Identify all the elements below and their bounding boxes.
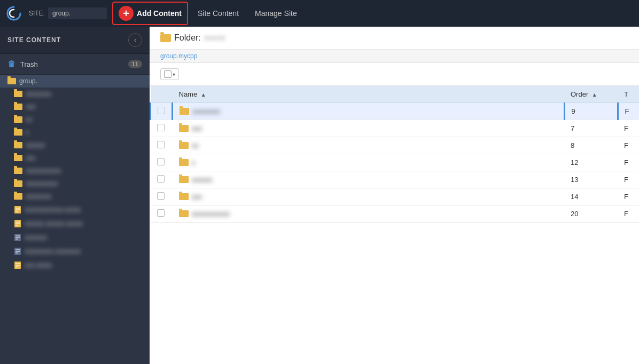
breadcrumb-folder-label: Folder: (174, 33, 201, 43)
list-item[interactable]: x (0, 126, 150, 139)
breadcrumb: Folder: xxxxx (150, 27, 639, 50)
sidebar-root-label: group. (19, 77, 37, 85)
content-table: Name ▲ Order ▲ T xxxxxxxx 9 (150, 86, 639, 223)
row-type: F (618, 120, 639, 137)
table-folder-icon (179, 176, 189, 183)
table-folder-icon (179, 159, 189, 166)
row-checkbox[interactable] (157, 124, 165, 131)
table-row: xxxxxx 13 F (151, 171, 640, 188)
row-checkbox[interactable] (157, 175, 165, 183)
list-item[interactable]: xxx (0, 152, 150, 164)
add-content-button[interactable]: + Add Content (114, 4, 186, 23)
list-item[interactable]: xxx.xxxxx (0, 258, 150, 272)
sidebar-collapse-button[interactable]: ‹ (128, 33, 142, 47)
folder-icon (14, 180, 22, 187)
row-name-cell[interactable]: xxxxxx (173, 171, 565, 188)
row-checkbox[interactable] (157, 158, 165, 165)
trash-item[interactable]: 🗑 Trash 11 (0, 54, 150, 75)
row-name-cell[interactable]: xxxxxxxx (173, 103, 565, 120)
sidebar-item-label: xxxxxx (26, 141, 45, 149)
table-header-row: Name ▲ Order ▲ T (151, 86, 640, 103)
col-type-header: T (618, 86, 639, 103)
main-content: Folder: xxxxx group.mycpp ▾ Name ▲ (150, 27, 639, 364)
row-checkbox-cell (151, 103, 173, 120)
row-order: 9 (564, 103, 618, 120)
list-item[interactable]: xxxxxxxxxx (0, 177, 150, 190)
col-order-header[interactable]: Order ▲ (564, 86, 618, 103)
select-all-button[interactable]: ▾ (160, 68, 179, 80)
folder-icon (14, 142, 22, 148)
row-checkbox[interactable] (158, 107, 165, 114)
list-item[interactable]: xxxxxx xxxxxx.xxxxx (0, 217, 150, 231)
row-name: xx (192, 141, 199, 149)
list-item[interactable]: xxxxxxxxxxx (0, 164, 150, 177)
sidebar-item-label: xxx.xxxxx (25, 262, 52, 269)
row-order: 7 (564, 120, 618, 137)
row-type: F (618, 103, 639, 120)
col-checkbox (151, 86, 173, 103)
document-icon (14, 261, 21, 270)
folder-icon (14, 129, 22, 136)
main-layout: SITE CONTENT ‹ 🗑 Trash 11 group. xxxxxxx… (0, 27, 639, 364)
sidebar-item-label: x (26, 129, 29, 136)
row-order: 8 (564, 137, 618, 154)
row-name: x (192, 159, 196, 167)
table-folder-icon (179, 210, 189, 217)
row-order: 12 (564, 154, 618, 171)
document-icon (14, 233, 21, 242)
row-checkbox[interactable] (157, 192, 165, 200)
row-name-cell[interactable]: xxx (173, 120, 565, 137)
manage-site-nav-link[interactable]: Manage Site (248, 6, 303, 21)
path-text: group.mycpp (160, 52, 197, 60)
folder-icon (14, 104, 22, 110)
row-order: 14 (564, 188, 618, 205)
sidebar-header-title: SITE CONTENT (7, 36, 61, 44)
list-item[interactable]: xxxxxxx (0, 231, 150, 244)
list-item[interactable]: xxxxxxxxx.xxxxxxxx (0, 244, 150, 258)
sidebar: SITE CONTENT ‹ 🗑 Trash 11 group. xxxxxxx… (0, 27, 150, 364)
row-order: 20 (564, 205, 618, 223)
name-sort-arrow: ▲ (201, 92, 206, 98)
row-checkbox-cell (151, 171, 173, 188)
trash-icon: 🗑 (7, 59, 16, 69)
row-name-cell[interactable]: xx (173, 137, 565, 154)
list-item[interactable]: xxxxxxxx (0, 190, 150, 203)
row-type: F (618, 188, 639, 205)
list-item[interactable]: xx (0, 113, 150, 126)
table-row: x 12 F (151, 154, 640, 171)
table-folder-icon (179, 193, 189, 200)
row-checkbox[interactable] (157, 141, 165, 148)
site-input[interactable] (48, 7, 107, 19)
table-toolbar: ▾ (150, 63, 639, 86)
row-checkbox-cell (151, 154, 173, 171)
list-item[interactable]: xxxxxx (0, 139, 150, 152)
col-name-header[interactable]: Name ▲ (173, 86, 565, 103)
list-item[interactable]: xxx (0, 100, 150, 113)
table-row: xxx 14 F (151, 188, 640, 205)
plus-circle-icon: + (119, 6, 134, 21)
list-item[interactable]: xxxxxxxxxxxx.xxxxx (0, 203, 150, 217)
trash-badge: 11 (128, 60, 142, 68)
folder-icon (14, 193, 22, 200)
row-name: xxxxxxxxxxx (192, 210, 230, 218)
row-checkbox-cell (151, 205, 173, 223)
row-name: xxxxxxxx (192, 107, 220, 115)
row-type: F (618, 154, 639, 171)
row-order: 13 (564, 171, 618, 188)
row-name-cell[interactable]: x (173, 154, 565, 171)
select-dropdown-icon: ▾ (173, 72, 175, 77)
path-bar: group.mycpp (150, 50, 639, 63)
breadcrumb-folder-name: xxxxx (204, 33, 225, 43)
table-row: xxx 7 F (151, 120, 640, 137)
row-checkbox[interactable] (157, 209, 165, 217)
row-name-cell[interactable]: xxx (173, 188, 565, 205)
row-name-cell[interactable]: xxxxxxxxxxx (173, 205, 565, 223)
table-row: xx 8 F (151, 137, 640, 154)
folder-icon (7, 78, 16, 84)
order-sort-arrow: ▲ (592, 92, 597, 98)
sidebar-item-root[interactable]: group. (0, 75, 150, 88)
breadcrumb-folder-icon (160, 34, 171, 42)
sidebar-item-label: xxxxxxxxx.xxxxxxxx (25, 248, 81, 255)
site-content-nav-link[interactable]: Site Content (191, 6, 245, 21)
list-item[interactable]: xxxxxxxx (0, 88, 150, 100)
